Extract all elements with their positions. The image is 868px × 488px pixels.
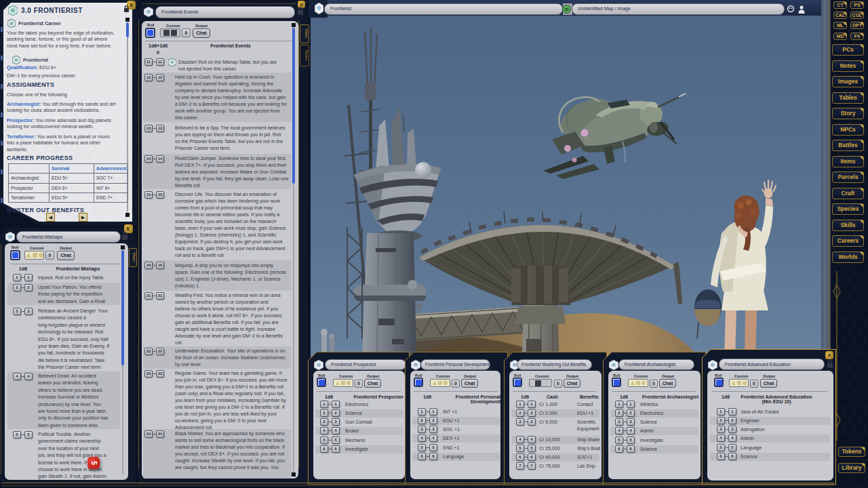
- svg-text:ID: ID: [565, 7, 570, 12]
